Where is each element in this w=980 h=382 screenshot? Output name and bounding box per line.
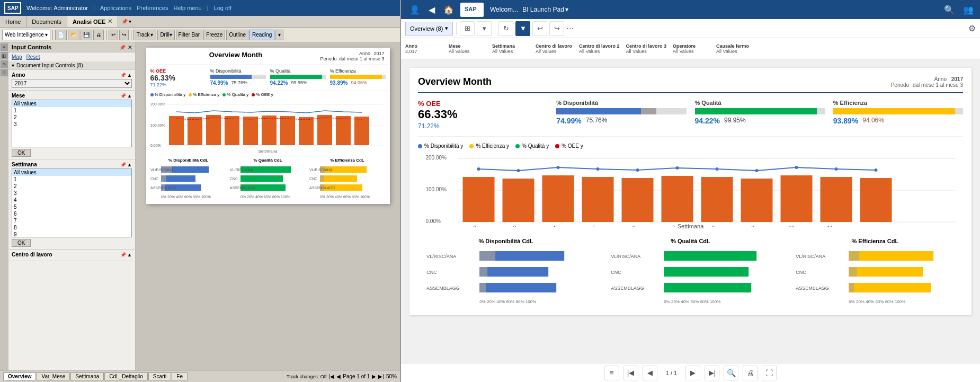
anno-expand-icon[interactable]: ▲ <box>127 73 132 78</box>
bottom-tab-overview[interactable]: Overview <box>3 372 36 380</box>
tab-arrow-icon[interactable]: ▾ <box>129 19 131 24</box>
settimana-listbox[interactable]: All values 1 2 3 4 5 6 7 8 9 <box>12 168 132 237</box>
settimana-item-8[interactable]: 8 <box>12 224 131 231</box>
mese-item-1[interactable]: 1 <box>12 107 131 114</box>
bi-search-icon[interactable]: 🔍 <box>944 5 955 15</box>
bottom-tab-varmese[interactable]: Var_Mese <box>37 372 70 380</box>
mese-expand-icon[interactable]: ▲ <box>127 93 132 99</box>
tab-pin-icon[interactable]: 📌 <box>121 19 128 24</box>
bi-home-icon[interactable]: 🏠 <box>441 3 456 17</box>
bi-zoom-in-btn[interactable]: 🔍 <box>724 366 738 380</box>
reading-btn[interactable]: Reading <box>250 30 274 40</box>
anno-pin-icon[interactable]: 📌 <box>120 73 126 78</box>
filter-bar-btn[interactable]: Filter Bar <box>176 30 203 40</box>
nav-prev-btn[interactable]: ◀ <box>336 374 341 379</box>
save-btn[interactable]: 💾 <box>81 30 92 40</box>
filter-centro2-value[interactable]: All Values <box>579 49 620 54</box>
settimana-item-0[interactable]: All values <box>12 169 131 176</box>
bi-user-icon2[interactable]: 👥 <box>963 5 974 15</box>
bi-undo-btn[interactable]: ↩ <box>532 21 547 36</box>
bi-settings-btn[interactable]: ⚙ <box>968 23 976 33</box>
bi-launch-pad-dropdown[interactable]: BI Launch Pad ▾ <box>522 6 568 13</box>
bottom-tab-settimana[interactable]: Settimana <box>70 372 104 380</box>
logoff-link[interactable]: Log off <box>214 5 231 11</box>
bi-refresh-btn[interactable]: ↻ <box>498 21 513 36</box>
tab-documents[interactable]: Documents <box>26 16 67 27</box>
bottom-tab-cdl[interactable]: CdL_Dettaglio <box>104 372 147 380</box>
undo-btn[interactable]: ↩ <box>109 30 118 40</box>
filter-settimana-value[interactable]: All Values <box>492 49 529 54</box>
bi-first-btn[interactable]: |◀ <box>623 366 638 380</box>
bottom-tab-fe[interactable]: Fe <box>172 372 188 380</box>
bi-user-icon[interactable]: 👤 <box>407 3 422 17</box>
nav-first-btn[interactable]: |◀ <box>329 374 335 379</box>
panel-close-btn[interactable]: ✕ <box>128 45 132 50</box>
filter-operatore-value[interactable]: All Values <box>673 49 710 54</box>
nav-next-btn[interactable]: ▶ <box>372 374 376 379</box>
bi-print-btn[interactable]: 🖨 <box>743 366 758 380</box>
freeze-btn[interactable]: Freeze <box>203 30 225 40</box>
map-btn[interactable]: Map <box>12 54 22 60</box>
open-btn[interactable]: 📂 <box>68 30 79 40</box>
bi-filter-btn[interactable]: ▼ <box>515 21 530 36</box>
settimana-item-7[interactable]: 7 <box>12 217 131 224</box>
reading-arrow[interactable]: ▾ <box>275 30 283 40</box>
mese-item-2[interactable]: 2 <box>12 114 131 121</box>
print-btn[interactable]: 🖨 <box>93 30 104 40</box>
side-icon-3[interactable]: ✎ <box>1 60 8 68</box>
mese-pin-icon[interactable]: 📌 <box>120 93 126 99</box>
settimana-item-9[interactable]: 9 <box>12 231 131 237</box>
mese-listbox[interactable]: All values 1 2 3 <box>12 100 132 147</box>
track-dropdown[interactable]: Track ▾ <box>133 30 157 40</box>
bi-overview-tab[interactable]: Overview (8) ▾ <box>405 22 453 35</box>
filter-centro-value[interactable]: All Values <box>536 49 573 54</box>
anno-select[interactable]: 2017 <box>12 79 132 88</box>
redo-btn[interactable]: ↪ <box>119 30 129 40</box>
bi-list-btn[interactable]: ≡ <box>604 366 619 380</box>
bi-prev-btn[interactable]: ◀ <box>643 366 657 380</box>
centro-expand-icon[interactable]: ▲ <box>127 252 132 257</box>
settimana-item-2[interactable]: 2 <box>12 183 131 190</box>
settimana-item-5[interactable]: 5 <box>12 203 131 210</box>
drill-btn[interactable]: Drill ▾ <box>157 30 174 40</box>
document-area[interactable]: Overview Month Anno 2017 Periodo dal mes… <box>136 42 400 370</box>
filter-mese-value[interactable]: All Values <box>449 49 486 54</box>
help-menu-link[interactable]: Help menu <box>173 5 201 11</box>
bi-grid2-btn[interactable]: ▾ <box>477 21 492 36</box>
mese-item-3[interactable]: 3 <box>12 121 131 128</box>
bi-fullscreen-btn[interactable]: ⛶ <box>762 366 777 380</box>
mese-ok-btn[interactable]: OK <box>12 149 31 157</box>
mese-item-0[interactable]: All values <box>12 100 131 107</box>
filter-causale-value[interactable]: All Values <box>716 49 753 54</box>
tab-analisi-oee[interactable]: Analisi OEE ✕ <box>67 16 118 27</box>
settimana-item-1[interactable]: 1 <box>12 176 131 183</box>
bi-back-icon[interactable]: ◀ <box>426 3 437 17</box>
collapse-icon[interactable]: ▾ <box>12 63 14 68</box>
filter-anno-value[interactable]: 2,017 <box>405 49 442 54</box>
side-icon-2[interactable]: ◧ <box>1 52 8 59</box>
settimana-item-3[interactable]: 3 <box>12 190 131 197</box>
filter-centro3-value[interactable]: All Values <box>626 49 667 54</box>
sap-logo-left[interactable]: SAP <box>4 2 21 14</box>
settimana-pin-icon[interactable]: 📌 <box>120 162 126 167</box>
reset-btn[interactable]: Reset <box>26 54 40 60</box>
settimana-ok-btn[interactable]: OK <box>12 239 31 247</box>
nav-last-btn[interactable]: ▶| <box>378 374 384 379</box>
settimana-item-6[interactable]: 6 <box>12 210 131 217</box>
tab-home[interactable]: Home <box>0 16 26 27</box>
side-icon-4[interactable]: ? <box>1 69 8 76</box>
bi-redo-btn[interactable]: ↪ <box>549 21 564 36</box>
preferences-link[interactable]: Preferences <box>137 5 168 11</box>
bi-more-btn[interactable]: ··· <box>566 24 573 33</box>
settimana-expand-icon[interactable]: ▲ <box>127 162 132 167</box>
bottom-tab-scarti[interactable]: Scarti <box>148 372 172 380</box>
new-btn[interactable]: 📄 <box>55 30 67 40</box>
outline-btn[interactable]: Outline <box>226 30 248 40</box>
applications-link[interactable]: Applications <box>100 5 131 11</box>
tab-close-icon[interactable]: ✕ <box>108 18 112 25</box>
bi-last-btn[interactable]: ▶| <box>705 366 719 380</box>
bi-next-btn[interactable]: ▶ <box>685 366 700 380</box>
bi-grid-btn[interactable]: ⊞ <box>460 21 475 36</box>
settimana-item-4[interactable]: 4 <box>12 197 131 203</box>
panel-pin-btn[interactable]: 📌 <box>119 45 126 50</box>
